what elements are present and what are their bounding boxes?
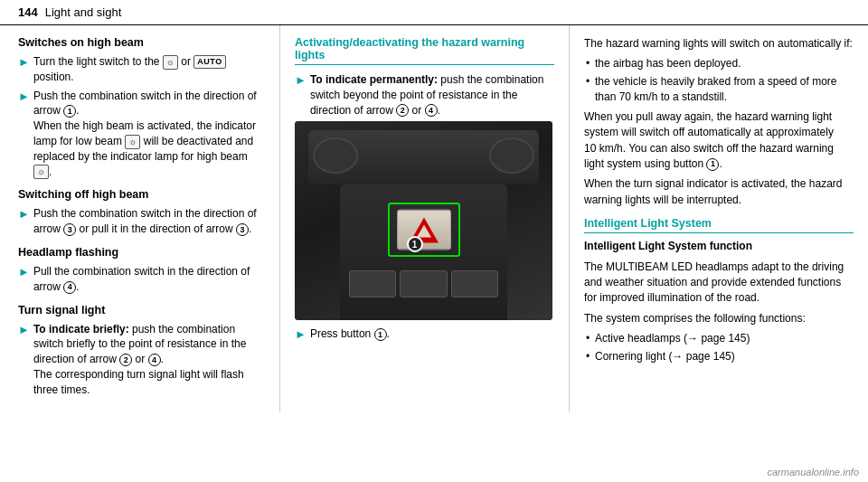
list-item: Cornering light (→ page 145): [584, 349, 854, 364]
pull-away-text: When you pull away again, the hazard war…: [584, 109, 854, 173]
auto-badge: AUTO: [193, 55, 225, 69]
press-button-label: Press button: [310, 327, 371, 340]
auto-switch-text: The hazard warning lights will switch on…: [584, 36, 854, 52]
page-header: 144 Light and sight: [0, 0, 868, 25]
middle-column: Activating/deactivating the hazard warni…: [280, 25, 570, 412]
circle-num-2a: 2: [119, 354, 132, 366]
headlamp-flashing-heading: Headlamp flashing: [18, 246, 261, 259]
auto-bullets-list: the airbag has been deployed. the vehicl…: [584, 56, 854, 104]
arrow-icon: ►: [295, 72, 307, 118]
ils-system-comprises: The system comprises the following funct…: [584, 311, 854, 326]
item-text: Turn the light switch to the ☼ or AUTO p…: [33, 54, 261, 85]
circle-num-3b: 3: [236, 223, 249, 236]
left-column: Switches on high beam ► Turn the light s…: [0, 25, 280, 412]
switches-high-beam-heading: Switches on high beam: [18, 36, 261, 49]
ils-function-desc: The MULTIBEAM LED headlamps adapt to the…: [584, 260, 854, 307]
circle-num-1: 1: [63, 105, 76, 118]
item-text: Push the combination switch in the direc…: [33, 206, 261, 237]
circle-num-2b: 2: [396, 104, 409, 117]
arrow-icon: ►: [295, 327, 307, 341]
list-item: ► Pull the combination switch in the dir…: [18, 264, 261, 295]
circle-num-4b: 4: [148, 354, 161, 366]
arrow-icon: ►: [18, 54, 30, 85]
permanently-item: ► To indicate permanently: push the comb…: [295, 72, 554, 118]
list-item: ► Push the combination switch in the dir…: [18, 206, 261, 237]
press-button-text: Press button 1.: [310, 327, 390, 341]
list-item: ► Push the combination switch in the dir…: [18, 89, 261, 180]
list-item: ► Turn the light switch to the ☼ or AUTO…: [18, 54, 261, 85]
item-text: Push the combination switch in the direc…: [33, 89, 261, 180]
list-item: Active headlamps (→ page 145): [584, 331, 854, 346]
arrow-icon: ►: [18, 264, 30, 295]
turn-signal-heading: Turn signal light: [18, 304, 261, 317]
permanently-label: To indicate permanently:: [310, 73, 438, 86]
list-item: ► To indicate briefly: push the combinat…: [18, 322, 261, 398]
circle-num-1-right: 1: [706, 158, 719, 171]
switching-off-heading: Switching off high beam: [18, 188, 261, 201]
low-beam-lamp-icon: ☼: [125, 135, 140, 149]
indicate-briefly-label: To indicate briefly:: [33, 323, 129, 336]
hazard-section-title: Activating/deactivating the hazard warni…: [295, 36, 554, 65]
circle-num-1-btn: 1: [374, 328, 387, 341]
page-number: 144: [18, 5, 38, 19]
car-interior-graphic: 1: [295, 121, 552, 320]
watermark: carmanualonline.info: [767, 467, 859, 477]
ils-title: Intelligent Light System: [584, 217, 854, 233]
ils-function-heading: Intelligent Light System function: [584, 239, 854, 254]
header-title: Light and sight: [45, 5, 122, 19]
circle-num-4: 4: [63, 281, 76, 294]
list-item: the airbag has been deployed.: [584, 56, 854, 71]
ils-bullets-list: Active headlamps (→ page 145) Cornering …: [584, 331, 854, 364]
low-beam-icon: ☼: [163, 55, 178, 70]
hazard-image: 1: [295, 121, 552, 320]
press-button-row: ► Press button 1.: [295, 327, 554, 341]
item-text: To indicate briefly: push the combinatio…: [33, 322, 261, 398]
permanently-text: To indicate permanently: push the combin…: [310, 72, 554, 118]
content-area: Switches on high beam ► Turn the light s…: [0, 25, 868, 412]
high-beam-lamp-icon: ☼: [33, 165, 49, 179]
circle-num-3a: 3: [63, 223, 76, 236]
item-text: Pull the combination switch in the direc…: [33, 264, 261, 295]
list-item: the vehicle is heavily braked from a spe…: [584, 74, 854, 105]
right-column: The hazard warning lights will switch on…: [570, 25, 868, 412]
arrow-icon: ►: [18, 322, 30, 398]
arrow-icon: ►: [18, 89, 30, 180]
arrow-icon: ►: [18, 206, 30, 237]
turn-signal-interrupt-text: When the turn signal indicator is activa…: [584, 176, 854, 208]
circle-num-4c: 4: [425, 104, 438, 117]
